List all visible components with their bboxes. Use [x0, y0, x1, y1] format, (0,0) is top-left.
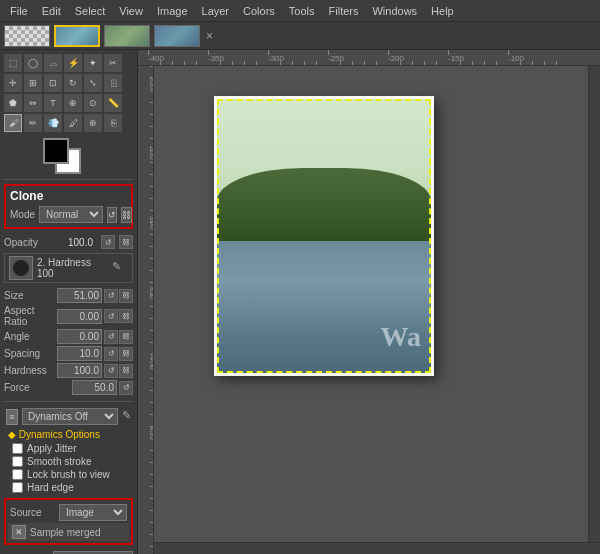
dynamics-icon[interactable]: ≡	[6, 409, 18, 425]
thumb-image1[interactable]	[54, 25, 100, 47]
canvas-area[interactable]: Wa	[154, 66, 600, 554]
tool-crop[interactable]: ⊡	[44, 74, 62, 92]
tool-rect-select[interactable]: ⬚	[4, 54, 22, 72]
brush-preview[interactable]	[9, 256, 33, 280]
mode-chain-btn[interactable]: ⛓	[121, 207, 132, 223]
menu-layer[interactable]: Layer	[196, 3, 236, 19]
size-icons: ↺ ⛓	[104, 289, 133, 303]
fg-color-box[interactable]	[43, 138, 69, 164]
tool-select-color[interactable]: ✦	[84, 54, 102, 72]
brush-circle-icon	[13, 260, 29, 276]
tool-clone[interactable]: ⎘	[104, 114, 122, 132]
opacity-chain[interactable]: ⛓	[119, 235, 133, 249]
sample-merged-x-btn[interactable]: ✕	[12, 525, 26, 539]
hardness-chain[interactable]: ⛓	[119, 364, 133, 378]
spacing-reset[interactable]: ↺	[104, 347, 118, 361]
alignment-row: Alignment None Aligned Registered Fixed	[0, 549, 137, 554]
tool-rotate[interactable]: ↻	[64, 74, 82, 92]
tool-shear[interactable]: ⌹	[104, 74, 122, 92]
tool-free-select[interactable]: ⌓	[44, 54, 62, 72]
ruler-horizontal	[138, 50, 600, 66]
smooth-stroke-label: Smooth stroke	[27, 456, 91, 467]
menu-file[interactable]: File	[4, 3, 34, 19]
tool-heal[interactable]: ⊛	[84, 114, 102, 132]
brush-row: 2. Hardness 100 ✎	[4, 253, 133, 283]
angle-chain[interactable]: ⛓	[119, 330, 133, 344]
opacity-row: Opacity 100.0 ↺ ⛓	[0, 233, 137, 251]
force-input[interactable]	[72, 380, 117, 395]
menu-filters[interactable]: Filters	[323, 3, 365, 19]
thumb-checkerboard[interactable]	[4, 25, 50, 47]
tool-airbrush[interactable]: 💨	[44, 114, 62, 132]
tool-flip[interactable]: ⇔	[24, 94, 42, 112]
scrollbar-vertical[interactable]	[588, 66, 600, 542]
smooth-stroke-checkbox[interactable]	[12, 456, 23, 467]
tool-move[interactable]: ✛	[4, 74, 22, 92]
thumb-image3[interactable]	[154, 25, 200, 47]
aspect-chain[interactable]: ⛓	[119, 309, 133, 323]
watermark-text: Wa	[381, 321, 421, 353]
spacing-input[interactable]	[57, 346, 102, 361]
clone-tool-options: Clone Mode Normal Dissolve Multiply ↺ ⛓	[4, 184, 133, 229]
lock-brush-checkbox[interactable]	[12, 469, 23, 480]
clone-title: Clone	[8, 188, 129, 204]
tool-ellipse-select[interactable]: ◯	[24, 54, 42, 72]
menu-tools[interactable]: Tools	[283, 3, 321, 19]
tool-pencil[interactable]: ✏	[24, 114, 42, 132]
aspect-input[interactable]	[57, 309, 102, 324]
menu-edit[interactable]: Edit	[36, 3, 67, 19]
tool-measure[interactable]: 📏	[104, 94, 122, 112]
hardness-input[interactable]	[57, 363, 102, 378]
opacity-reset[interactable]: ↺	[101, 235, 115, 249]
menu-help[interactable]: Help	[425, 3, 460, 19]
tool-magnify[interactable]: ⊙	[84, 94, 102, 112]
size-label: Size	[4, 290, 55, 301]
source-row: Source Image Canvas	[8, 502, 129, 523]
menu-select[interactable]: Select	[69, 3, 112, 19]
spacing-chain[interactable]: ⛓	[119, 347, 133, 361]
toolbox: ⬚ ◯ ⌓ ⚡ ✦ ✂ ✛ ⊞ ⊡ ↻ ⤡ ⌹ ⬟ ⇔ T ⊕ ⊙ 📏 🖌 ✏ …	[0, 50, 137, 136]
tool-align[interactable]: ⊞	[24, 74, 42, 92]
hardness-reset[interactable]: ↺	[104, 364, 118, 378]
aspect-icons: ↺ ⛓	[104, 309, 133, 323]
size-reset[interactable]: ↺	[104, 289, 118, 303]
ruler-h-canvas	[138, 50, 584, 65]
menu-image[interactable]: Image	[151, 3, 194, 19]
tool-panel: ⬚ ◯ ⌓ ⚡ ✦ ✂ ✛ ⊞ ⊡ ↻ ⤡ ⌹ ⬟ ⇔ T ⊕ ⊙ 📏 🖌 ✏ …	[0, 50, 138, 554]
angle-reset[interactable]: ↺	[104, 330, 118, 344]
tool-scale[interactable]: ⤡	[84, 74, 102, 92]
apply-jitter-label: Apply Jitter	[27, 443, 76, 454]
scrollbar-horizontal[interactable]	[154, 542, 600, 554]
apply-jitter-checkbox[interactable]	[12, 443, 23, 454]
tool-ink[interactable]: 🖊	[64, 114, 82, 132]
tool-scissors[interactable]: ✂	[104, 54, 122, 72]
brush-edit-icon[interactable]: ✎	[112, 260, 128, 276]
aspect-reset[interactable]: ↺	[104, 309, 118, 323]
angle-input[interactable]	[57, 329, 102, 344]
hard-edge-checkbox[interactable]	[12, 482, 23, 493]
tool-perspective[interactable]: ⬟	[4, 94, 22, 112]
dynamics-edit-icon[interactable]: ✎	[122, 409, 131, 425]
ruler-vertical	[138, 66, 154, 554]
dynamics-select[interactable]: Dynamics Off Basic Dynamics	[22, 408, 118, 425]
mode-select[interactable]: Normal Dissolve Multiply	[39, 206, 103, 223]
tool-color-picker[interactable]: ⊕	[64, 94, 82, 112]
source-section: Source Image Canvas ✕ Sample merged	[4, 498, 133, 545]
menu-windows[interactable]: Windows	[366, 3, 423, 19]
mode-label: Mode	[10, 209, 35, 220]
force-reset[interactable]: ↺	[119, 381, 133, 395]
thumb-image2[interactable]	[104, 25, 150, 47]
opacity-value: 100.0	[68, 237, 93, 248]
tool-paintbrush[interactable]: 🖌	[4, 114, 22, 132]
tool-text[interactable]: T	[44, 94, 62, 112]
source-select[interactable]: Image Canvas	[59, 504, 127, 521]
menu-view[interactable]: View	[113, 3, 149, 19]
thumb-close-btn[interactable]: ×	[206, 29, 213, 43]
size-input[interactable]	[57, 288, 102, 303]
mode-reset-btn[interactable]: ↺	[107, 207, 117, 223]
lock-brush-label: Lock brush to view	[27, 469, 110, 480]
menu-colors[interactable]: Colors	[237, 3, 281, 19]
tool-fuzzy-select[interactable]: ⚡	[64, 54, 82, 72]
size-chain[interactable]: ⛓	[119, 289, 133, 303]
ruler-v-canvas	[138, 66, 154, 554]
